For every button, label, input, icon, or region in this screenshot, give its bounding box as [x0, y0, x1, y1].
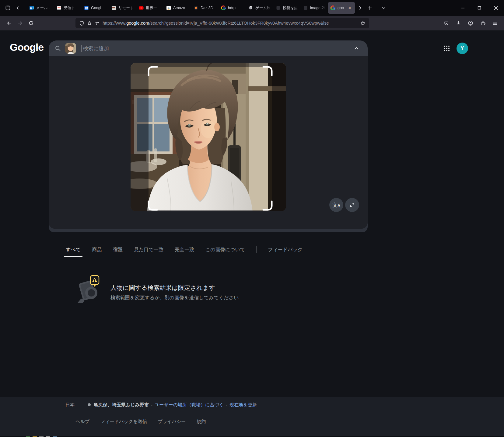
scroll-tabs-left-icon[interactable]: [13, 3, 23, 13]
tab-label: リモート: [118, 5, 133, 11]
toolbar-icons: [441, 18, 500, 28]
browser-tab[interactable]: hdrp: [218, 2, 246, 14]
lens-panel: 検索に追加: [49, 40, 368, 232]
browser-tab[interactable]: Daz 3D: [191, 2, 218, 14]
tab-label: 受信ト: [64, 5, 79, 11]
tab-label: ゲーム制: [255, 5, 270, 11]
tab-label: goo: [338, 6, 345, 10]
reload-button[interactable]: [26, 18, 37, 28]
browser-tab-active[interactable]: goo ✕: [328, 2, 355, 14]
translate-button[interactable]: 文A: [329, 198, 343, 212]
update-location-link[interactable]: 現在地を更新: [229, 402, 257, 408]
back-button[interactable]: [4, 18, 15, 28]
minimize-button[interactable]: [455, 0, 471, 16]
url-bar[interactable]: https://www.google.com/search?gsessionid…: [75, 18, 369, 28]
tab-all[interactable]: すべて: [66, 243, 81, 257]
google-g-icon: [331, 5, 335, 10]
expand-image-button[interactable]: [345, 198, 359, 212]
tab-label: Amazo: [173, 6, 188, 10]
tab-exact-matches[interactable]: 完全一致: [175, 243, 194, 257]
footer-link-terms[interactable]: 規約: [197, 419, 206, 425]
footer-country: 日本: [65, 402, 75, 408]
google-calendar-icon: 31: [84, 5, 89, 10]
tab-close-icon[interactable]: ✕: [347, 5, 352, 11]
url-text[interactable]: https://www.google.com/search?gsessionid…: [103, 21, 358, 26]
bookmark-star-icon[interactable]: [360, 21, 366, 26]
tabbar-divider: [24, 4, 24, 12]
tab-about-this-image[interactable]: この画像について: [205, 243, 245, 257]
taskbar-fragment: [26, 436, 30, 437]
browser-tab[interactable]: ゲーム制: [246, 2, 273, 14]
forward-button[interactable]: [15, 18, 26, 28]
tabs-divider: [256, 246, 257, 253]
maximize-button[interactable]: [471, 0, 488, 16]
tab-products[interactable]: 商品: [92, 243, 102, 257]
extensions-icon[interactable]: [477, 18, 488, 28]
footer-link-privacy[interactable]: プライバシー: [158, 419, 186, 425]
browser-tab[interactable]: 世界一: [136, 2, 163, 14]
account-icon[interactable]: [465, 18, 476, 28]
google-apps-grid-icon[interactable]: [443, 44, 451, 52]
browser-tab[interactable]: 投稿を編集: [273, 2, 300, 14]
browser-nav-bar: https://www.google.com/search?gsessionid…: [0, 16, 504, 30]
account-avatar[interactable]: Y: [457, 43, 468, 54]
outlook-icon: [29, 5, 34, 10]
feedback-link[interactable]: フィードバック: [268, 243, 303, 257]
tab-list-dropdown-icon[interactable]: [379, 3, 389, 13]
browser-tab[interactable]: リモート: [109, 2, 136, 14]
tab-label: 世界一: [146, 5, 161, 11]
download-icon[interactable]: [453, 18, 464, 28]
gmail-icon: [57, 5, 61, 10]
browser-tab[interactable]: メール -: [26, 2, 54, 14]
daz3d-icon: [194, 5, 198, 10]
searched-image-graphic: [131, 63, 286, 211]
search-icon: [55, 45, 61, 51]
tab-homework[interactable]: 宿題: [113, 243, 123, 257]
scroll-tabs-right-icon[interactable]: [355, 3, 365, 13]
permissions-icon[interactable]: [95, 21, 100, 26]
footer-link-help[interactable]: ヘルプ: [75, 419, 89, 425]
lock-icon[interactable]: [87, 21, 92, 26]
tab-label: 投稿を編集: [283, 5, 298, 11]
close-window-button[interactable]: [488, 0, 504, 16]
footer-location-name: 亀久保、埼玉県ふじみ野市: [94, 402, 149, 408]
generic-page-icon: [276, 5, 281, 10]
google-g-icon: [221, 5, 226, 10]
lens-search-bar[interactable]: 検索に追加: [49, 40, 368, 56]
new-tab-button[interactable]: [365, 3, 375, 13]
tab-label: Daz 3D: [201, 6, 215, 10]
browser-tab[interactable]: 31 Googl: [81, 2, 109, 14]
taskbar-fragment: [33, 436, 37, 437]
footer-link-send-feedback[interactable]: フィードバックを送信: [100, 419, 147, 425]
searched-image[interactable]: [131, 63, 286, 211]
remote-desktop-icon: [111, 5, 116, 10]
location-source-link[interactable]: ユーザーの場所（職場）に基づく: [155, 402, 224, 408]
browser-tab[interactable]: a Amazo: [163, 2, 191, 14]
query-image-thumbnail[interactable]: [65, 43, 76, 54]
limited-results-subtitle: 検索範囲を変更するか、別の画像を送信してみてください: [110, 295, 239, 301]
firefox-window: メール - 受信ト 31 Googl リモート 世界一 a Amazo: [0, 0, 504, 437]
google-logo: Google: [10, 41, 44, 53]
tab-label: image-26.p: [310, 6, 325, 10]
menu-hamburger-icon[interactable]: [489, 18, 500, 28]
taskbar-peek-strip: [0, 436, 504, 437]
browser-tab-bar: メール - 受信ト 31 Googl リモート 世界一 a Amazo: [0, 0, 504, 16]
footer-location-row: 日本 亀久保、埼玉県ふじみ野市 - ユーザーの場所（職場）に基づく - 現在地を…: [0, 397, 504, 413]
pocket-icon[interactable]: [441, 18, 452, 28]
text-cursor: [82, 45, 82, 52]
browser-tab[interactable]: 受信ト: [54, 2, 81, 14]
browser-tabs: メール - 受信ト 31 Googl リモート 世界一 a Amazo: [26, 0, 355, 16]
result-filter-tabs: すべて 商品 宿題 見た目で一致 完全一致 この画像について フィードバック: [66, 243, 303, 257]
expand-icon: [349, 202, 355, 208]
collapse-panel-chevron-up-icon[interactable]: [351, 43, 362, 54]
tab-visual-matches[interactable]: 見た目で一致: [134, 243, 163, 257]
tab-label: Googl: [91, 6, 106, 10]
footer-links-row: ヘルプ フィードバックを送信 プライバシー 規約: [0, 413, 504, 430]
browser-tab[interactable]: image-26.p: [300, 2, 328, 14]
firefox-view-icon[interactable]: [3, 3, 13, 13]
search-input[interactable]: 検索に追加: [83, 45, 109, 52]
unity-icon: [248, 5, 253, 10]
google-lens-results-page: Google Y 検索に追加: [0, 30, 504, 437]
tracking-shield-icon[interactable]: [79, 21, 84, 26]
page-footer: 日本 亀久保、埼玉県ふじみ野市 - ユーザーの場所（職場）に基づく - 現在地を…: [0, 397, 504, 436]
